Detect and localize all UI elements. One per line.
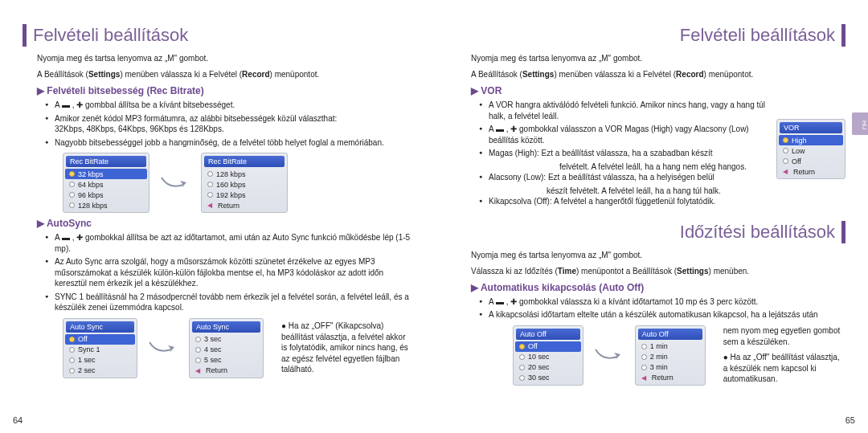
- bullet-icon: [519, 354, 525, 360]
- bullet: A ▬ , ✚ gombokkal válasszon a VOR Magas …: [481, 124, 772, 145]
- screenshot-row: Auto Off Off 10 sec 20 sec 30 sec Auto O…: [513, 325, 845, 386]
- arrow-icon: [149, 340, 178, 356]
- list-item: 30 sec: [515, 373, 581, 383]
- title-bar-icon: [23, 24, 27, 47]
- bullet: A ▬ , ✚ gombokkal állítsa be azt az időt…: [47, 232, 411, 254]
- intro-line-2: A Beállítások (Settings) menüben válassz…: [471, 69, 845, 80]
- list-item: 128 kbps: [203, 169, 285, 179]
- bullet-icon: [69, 357, 75, 363]
- page-64: Felvételi beállítások Nyomja meg és tart…: [0, 0, 434, 433]
- bullet-icon: [69, 202, 75, 208]
- screenshot-row: Rec BitRate 32 kbps 64 kbps 96 kbps 128 …: [63, 153, 411, 213]
- list-item: 10 sec: [515, 352, 581, 362]
- list-item: Sync 1: [65, 345, 135, 355]
- bullet-icon: [195, 347, 201, 353]
- title-text: Felvételi beállítások: [680, 25, 835, 46]
- bullet-icon: [519, 344, 525, 349]
- list-item: 3 sec: [191, 334, 261, 345]
- list-item: 20 sec: [515, 362, 581, 373]
- bullet-icon: [195, 337, 201, 342]
- bullet-icon: [783, 148, 788, 153]
- list-item: 2 sec: [65, 366, 135, 376]
- bullet: Amikor zenét kódol MP3 formátumra, az al…: [47, 113, 411, 135]
- bullet: Kikapcsolva (Off): A felvétel a hangerőt…: [481, 196, 772, 207]
- bullet-list: A ▬ , ✚ gombokkal válassza ki a kívánt i…: [481, 296, 845, 321]
- section-vor: ▶ VOR: [471, 85, 845, 96]
- bullet-icon: [641, 365, 647, 370]
- list-item: 1 min: [637, 341, 703, 352]
- section-rec-bitrate: ▶ Felvételi bitsebesség (Rec Bitrate): [37, 85, 411, 96]
- bullet-list: A ▬ , ✚ gombokkal állítsa be azt az időt…: [47, 232, 411, 313]
- return-item: Return: [203, 200, 285, 210]
- page-title: Felvételi beállítások: [23, 24, 411, 47]
- arrow-icon: [161, 175, 190, 191]
- bullet-icon: [69, 192, 75, 198]
- return-item: Return: [191, 366, 261, 376]
- bullet-icon: [195, 357, 201, 363]
- page-title: Felvételi beállítások: [457, 24, 845, 47]
- language-tab: HU: [852, 112, 868, 135]
- screenshot-row: Auto Sync Off Sync 1 1 sec 2 sec Auto Sy…: [63, 318, 411, 378]
- section-autosync: ▶ AutoSync: [37, 218, 411, 229]
- list-item: 64 kbps: [65, 179, 147, 190]
- list-item: 5 sec: [191, 355, 261, 366]
- intro-line-1: Nyomja meg és tartsa lenyomva az „M" gom…: [37, 53, 411, 64]
- list-item: 32 kbps: [65, 169, 147, 179]
- bullet-icon: [207, 182, 213, 187]
- title-bar-icon: [841, 221, 845, 243]
- window-rec-bitrate-1: Rec BitRate 32 kbps 64 kbps 96 kbps 128 …: [63, 153, 149, 213]
- bullet-list: A VOR hangra aktiválódó felvételi funkci…: [481, 100, 772, 159]
- intro-line-2: A Beállítások (Settings) menüben válassz…: [37, 69, 411, 80]
- page-title-2: Időzítési beállítások: [457, 221, 845, 243]
- window-vor: VOR High Low Off Return: [776, 119, 845, 179]
- section-auto-off: ▶ Automatikus kikapcsolás (Auto Off): [471, 282, 845, 293]
- title-text: Felvételi beállítások: [33, 25, 188, 46]
- bullet-icon: [783, 158, 788, 164]
- list-item: Off: [515, 341, 581, 352]
- intro-line-1: Nyomja meg és tartsa lenyomva az „M" gom…: [471, 53, 845, 64]
- bullet-icon: [69, 347, 75, 353]
- list-item: 3 min: [637, 362, 703, 373]
- page-number: 64: [13, 415, 23, 425]
- list-item: 2 min: [637, 352, 703, 362]
- side-note: ● Ha az „OFF" (Kikapcsolva) beállítást v…: [281, 321, 411, 375]
- bullet: A kikapcsolási időtartam eltelte után a …: [481, 309, 845, 321]
- bullet: A ▬ , ✚ gombbal állítsa be a kívánt bits…: [47, 100, 411, 111]
- bullet-icon: [69, 337, 75, 342]
- list-item: Low: [779, 145, 843, 156]
- return-item: Return: [637, 373, 703, 383]
- bullet-list: A ▬ , ✚ gombbal állítsa be a kívánt bits…: [47, 100, 411, 148]
- title-text: Időzítési beállítások: [680, 222, 835, 243]
- bullet-icon: [641, 344, 647, 349]
- bullet: Az Auto Sync arra szolgál, hogy a műsors…: [47, 256, 411, 289]
- bullet: Nagyobb bitsebességgel jobb a hangminősé…: [47, 137, 411, 149]
- page-65: Felvételi beállítások Nyomja meg és tart…: [434, 0, 868, 433]
- list-item: High: [779, 135, 843, 145]
- window-autosync-2: Auto Sync 3 sec 4 sec 5 sec Return: [189, 318, 264, 378]
- bullet-icon: [207, 192, 213, 198]
- bullet-icon: [783, 137, 788, 143]
- window-rec-bitrate-2: Rec BitRate 128 kbps 160 kbps 192 kbps R…: [201, 153, 288, 213]
- side-note: nem nyom meg egyetlen gombot sem a készü…: [723, 325, 845, 385]
- bullet: Magas (High): Ezt a beállítást válassza,…: [481, 148, 772, 159]
- bullet-icon: [69, 171, 75, 177]
- bullet-icon: [69, 368, 75, 374]
- bullet: A ▬ , ✚ gombokkal válassza ki a kívánt i…: [481, 296, 845, 308]
- intro-line-4: Válassza ki az Időzítés (Time) menüponto…: [471, 266, 845, 277]
- return-item: Return: [779, 166, 843, 177]
- bullet: SYNC 1 beállításnál ha 2 másodpercnél to…: [47, 292, 411, 313]
- window-auto-off-1: Auto Off Off 10 sec 20 sec 30 sec: [513, 325, 583, 386]
- bullet-icon: [519, 375, 525, 381]
- bullet-icon: [69, 182, 75, 187]
- bullet: A VOR hangra aktiválódó felvételi funkci…: [481, 100, 772, 121]
- list-item: 4 sec: [191, 345, 261, 355]
- intro-line-3: Nyomja meg és tartsa lenyomva az „M" gom…: [471, 250, 845, 261]
- bullet-icon: [519, 365, 525, 370]
- arrow-icon: [595, 347, 624, 363]
- window-auto-off-2: Auto Off 1 min 2 min 3 min Return: [635, 325, 706, 386]
- list-item: 128 kbps: [65, 200, 147, 210]
- list-item: 192 kbps: [203, 190, 285, 200]
- list-item: 96 kbps: [65, 190, 147, 200]
- title-bar-icon: [841, 24, 845, 47]
- window-autosync-1: Auto Sync Off Sync 1 1 sec 2 sec: [63, 318, 137, 378]
